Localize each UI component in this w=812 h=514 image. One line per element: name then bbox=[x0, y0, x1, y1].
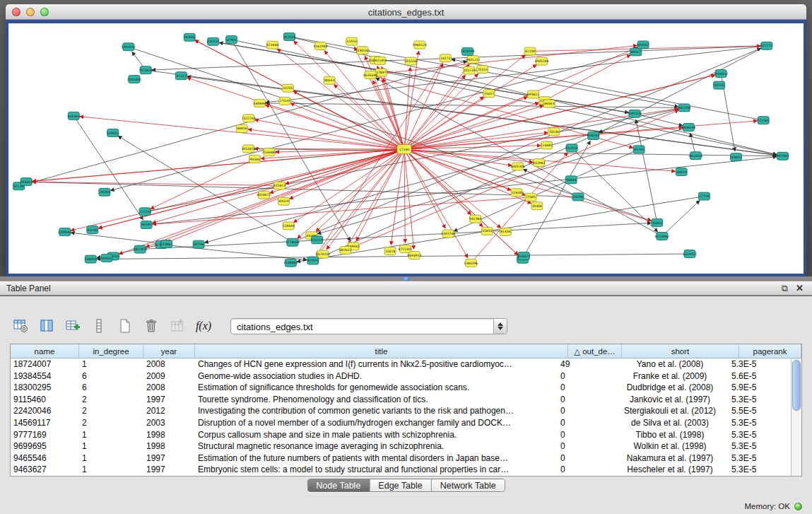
table-row[interactable]: 946554611997Estimation of the future num… bbox=[11, 452, 791, 465]
delete-icon[interactable] bbox=[142, 317, 160, 335]
column-header[interactable]: name bbox=[11, 344, 79, 358]
graph-node[interactable]: 30406 bbox=[531, 202, 543, 210]
graph-node[interactable]: 6405308 bbox=[511, 163, 525, 170]
table-row[interactable]: 2242004622012Investigating the contribut… bbox=[11, 405, 791, 417]
graph-node[interactable]: 619025 bbox=[107, 129, 119, 136]
graph-node[interactable]: 60892 bbox=[731, 153, 742, 161]
graph-node[interactable]: 9601211 bbox=[466, 56, 480, 64]
graph-node[interactable]: 573862 bbox=[160, 240, 172, 248]
table-row[interactable]: 946362711997Embryonic stem cells: a mode… bbox=[11, 464, 791, 476]
graph-node[interactable]: 81979 bbox=[307, 257, 319, 264]
combo-stepper-icon[interactable] bbox=[493, 319, 507, 334]
new-file-icon[interactable] bbox=[116, 317, 134, 335]
graph-node[interactable]: 772381 bbox=[758, 117, 770, 124]
graph-node[interactable]: 4653556 bbox=[688, 152, 702, 160]
graph-node[interactable]: 80633 bbox=[324, 76, 335, 84]
float-panel-icon[interactable]: ⧉ bbox=[782, 283, 788, 294]
table-row[interactable]: 977716911998Corpus callosum shape and si… bbox=[11, 429, 791, 441]
graph-node[interactable]: 89317 bbox=[630, 48, 642, 56]
graph-node[interactable]: 925219 bbox=[311, 236, 323, 244]
graph-node[interactable]: 93248 bbox=[87, 226, 98, 234]
graph-node[interactable]: 26140 bbox=[99, 188, 110, 196]
graph-node[interactable]: 5180162 bbox=[355, 47, 370, 54]
graph-node[interactable]: 46563 bbox=[543, 100, 555, 107]
graph-node[interactable]: 2536480 bbox=[262, 148, 276, 156]
graph-node[interactable]: 4948194 bbox=[681, 124, 695, 132]
graph-node[interactable]: 833983 bbox=[533, 159, 545, 167]
graph-node[interactable]: 724481 bbox=[541, 141, 553, 149]
import-table-icon[interactable] bbox=[168, 317, 187, 335]
row-height-icon[interactable] bbox=[90, 317, 108, 335]
graph-node[interactable]: 46391 bbox=[141, 221, 152, 228]
graph-node[interactable]: 6010675 bbox=[257, 191, 271, 199]
graph-node[interactable]: 7873679 bbox=[139, 66, 153, 74]
show-columns-icon[interactable] bbox=[37, 317, 56, 335]
graph-node[interactable]: 2774668 bbox=[286, 238, 300, 246]
table-settings-icon[interactable] bbox=[11, 317, 30, 335]
graph-node[interactable]: 39298 bbox=[572, 193, 584, 201]
graph-node[interactable]: 355556 bbox=[405, 57, 417, 65]
graph-node[interactable]: 16172 bbox=[440, 54, 451, 62]
graph-node[interactable]: 68816 bbox=[236, 124, 247, 132]
table-panel-header[interactable]: Table Panel ⧉ ✕ bbox=[0, 281, 812, 296]
graph-node[interactable]: 7327749 bbox=[242, 115, 256, 122]
graph-node[interactable]: 942384 bbox=[469, 215, 481, 223]
graph-node[interactable]: 315813 bbox=[273, 182, 286, 189]
graph-node[interactable]: 94844 bbox=[565, 176, 577, 184]
graph-node[interactable]: 2209582 bbox=[58, 228, 72, 236]
column-header[interactable]: in_degree bbox=[79, 344, 143, 358]
scrollbar-thumb[interactable] bbox=[792, 360, 801, 411]
graph-node[interactable]: 3053676 bbox=[241, 145, 255, 153]
tab-node-table[interactable]: Node Table bbox=[307, 479, 370, 491]
table-row[interactable]: 911546021997Tourette syndrome. Phenomeno… bbox=[11, 394, 791, 406]
graph-node[interactable]: 27759 bbox=[698, 192, 710, 200]
tab-edge-table[interactable]: Edge Table bbox=[370, 479, 431, 491]
table-row[interactable]: 1456911722003Disruption of a novel membe… bbox=[11, 417, 791, 429]
graph-node[interactable]: 611712 bbox=[760, 42, 772, 49]
graph-node[interactable]: 038055 bbox=[85, 255, 97, 263]
graph-node[interactable]: 3934552 bbox=[714, 70, 728, 78]
graph-node[interactable]: 77665 bbox=[525, 193, 536, 201]
column-header[interactable]: title bbox=[195, 344, 568, 358]
table-row[interactable]: 969969511998Structural magnetic resonanc… bbox=[11, 440, 791, 452]
graph-node[interactable]: 47901 bbox=[226, 36, 237, 44]
graph-node[interactable]: 030137 bbox=[207, 37, 219, 45]
graph-node[interactable]: 049898 bbox=[254, 99, 266, 107]
graph-node[interactable]: 81436 bbox=[500, 228, 511, 235]
graph-node[interactable]: 0905598 bbox=[535, 57, 549, 65]
graph-node[interactable]: 302548 bbox=[283, 33, 295, 40]
graph-node[interactable]: 93854 bbox=[652, 218, 663, 226]
column-header[interactable]: pagerank bbox=[739, 344, 801, 358]
graph-node[interactable]: 20705 bbox=[282, 84, 293, 92]
graph-node[interactable]: 804283 bbox=[587, 132, 599, 139]
graph-node[interactable]: 2148865 bbox=[283, 259, 298, 267]
graph-node[interactable]: 82709 bbox=[524, 47, 536, 55]
graph-node[interactable]: 75555 bbox=[477, 66, 488, 74]
graph-node[interactable]: 25657 bbox=[483, 90, 495, 98]
graph-node[interactable]: 693611 bbox=[527, 90, 539, 98]
graph-node[interactable]: 793867 bbox=[20, 178, 32, 186]
graph-node[interactable]: 2818398 bbox=[461, 47, 475, 55]
graph-node[interactable]: 118448 bbox=[283, 222, 295, 230]
table-row[interactable]: 1872400712008Changes of HCN gene express… bbox=[11, 358, 791, 370]
network-canvas[interactable]: 1724035555659601241617220123596012117555… bbox=[8, 23, 804, 274]
graph-node[interactable]: 3457458 bbox=[133, 245, 147, 253]
graph-node[interactable]: 90051 bbox=[101, 254, 112, 262]
graph-node[interactable]: 05155 bbox=[714, 81, 725, 89]
graph-node[interactable]: 1821451 bbox=[373, 57, 387, 64]
table-row[interactable]: 1938455462009Genome-wide association stu… bbox=[11, 370, 791, 382]
close-panel-icon[interactable]: ✕ bbox=[796, 283, 804, 293]
graph-node[interactable]: 201235 bbox=[463, 66, 475, 74]
vertical-scrollbar[interactable] bbox=[791, 358, 801, 476]
column-header[interactable]: year bbox=[143, 344, 195, 358]
graph-node[interactable]: 17240 bbox=[397, 145, 411, 154]
graph-node[interactable]: 49319 bbox=[278, 197, 290, 205]
graph-node[interactable]: 2384396 bbox=[464, 259, 478, 267]
graph-node[interactable]: 941158 bbox=[678, 104, 690, 112]
graph-node[interactable]: 947583 bbox=[777, 152, 789, 160]
graph-node[interactable]: 22618 bbox=[384, 247, 396, 255]
function-builder-icon[interactable]: f(x) bbox=[194, 317, 213, 335]
graph-node[interactable]: 27020 bbox=[279, 97, 290, 105]
window-titlebar[interactable]: citations_edges.txt bbox=[6, 4, 806, 20]
graph-node[interactable]: 712225 bbox=[139, 208, 151, 216]
